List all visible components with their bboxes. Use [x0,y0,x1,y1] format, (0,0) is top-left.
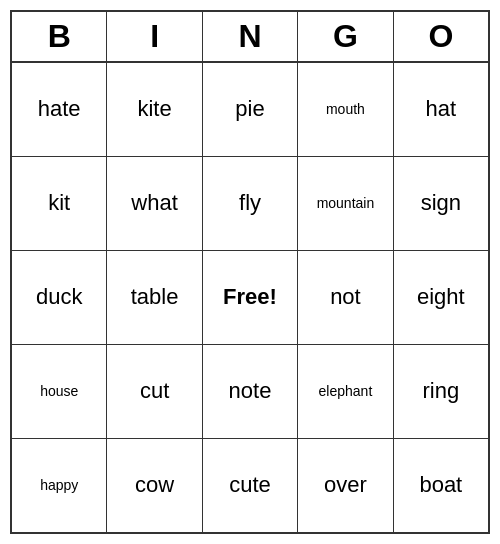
cell-text: mountain [317,195,375,212]
cell-text: ring [422,378,459,404]
cell-text: Free! [223,284,277,310]
bingo-cell: cow [107,439,202,532]
header-letter: B [12,12,107,61]
cell-text: kit [48,190,70,216]
bingo-cell: house [12,345,107,438]
bingo-cell: what [107,157,202,250]
header-letter: N [203,12,298,61]
bingo-cell: fly [203,157,298,250]
bingo-cell: kite [107,63,202,156]
cell-text: hat [426,96,457,122]
bingo-cell: happy [12,439,107,532]
bingo-cell: duck [12,251,107,344]
bingo-cell: note [203,345,298,438]
cell-text: boat [419,472,462,498]
bingo-cell: pie [203,63,298,156]
bingo-cell: mouth [298,63,393,156]
bingo-cell: boat [394,439,488,532]
cell-text: not [330,284,361,310]
bingo-cell: Free! [203,251,298,344]
header-letter: G [298,12,393,61]
bingo-cell: ring [394,345,488,438]
cell-text: elephant [319,383,373,400]
cell-text: house [40,383,78,400]
cell-text: mouth [326,101,365,118]
bingo-cell: cute [203,439,298,532]
cell-text: eight [417,284,465,310]
cell-text: cut [140,378,169,404]
bingo-cell: table [107,251,202,344]
bingo-row: hatekitepiemouthhat [12,63,488,157]
bingo-cell: eight [394,251,488,344]
bingo-cell: over [298,439,393,532]
cell-text: sign [421,190,461,216]
cell-text: happy [40,477,78,494]
bingo-row: kitwhatflymountainsign [12,157,488,251]
cell-text: note [229,378,272,404]
bingo-row: housecutnoteelephantring [12,345,488,439]
cell-text: cute [229,472,271,498]
bingo-card: BINGO hatekitepiemouthhatkitwhatflymount… [10,10,490,534]
cell-text: hate [38,96,81,122]
cell-text: table [131,284,179,310]
bingo-header: BINGO [12,12,488,63]
cell-text: what [131,190,177,216]
bingo-cell: elephant [298,345,393,438]
bingo-row: happycowcuteoverboat [12,439,488,532]
cell-text: kite [137,96,171,122]
cell-text: fly [239,190,261,216]
bingo-cell: hate [12,63,107,156]
bingo-cell: not [298,251,393,344]
bingo-cell: mountain [298,157,393,250]
header-letter: I [107,12,202,61]
bingo-grid: hatekitepiemouthhatkitwhatflymountainsig… [12,63,488,532]
bingo-cell: hat [394,63,488,156]
cell-text: duck [36,284,82,310]
cell-text: pie [235,96,264,122]
bingo-cell: cut [107,345,202,438]
bingo-cell: kit [12,157,107,250]
bingo-row: ducktableFree!noteight [12,251,488,345]
cell-text: cow [135,472,174,498]
bingo-cell: sign [394,157,488,250]
header-letter: O [394,12,488,61]
cell-text: over [324,472,367,498]
